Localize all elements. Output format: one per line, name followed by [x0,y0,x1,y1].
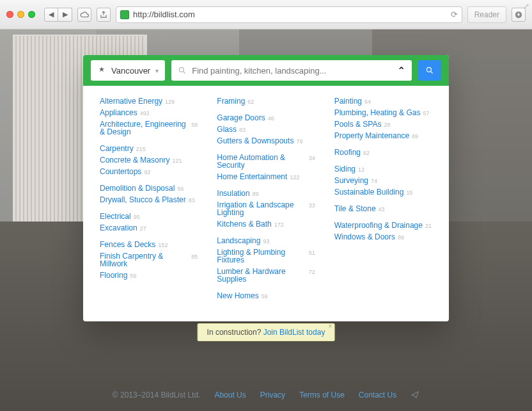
category-link[interactable]: Excavation27 [100,224,198,232]
page-footer: © 2013–2014 BildList Ltd. About Us Priva… [0,391,532,399]
category-count: 74 [371,179,377,184]
category-link[interactable]: Countertops92 [100,168,198,175]
category-name: Finish Carpentry & Millwork [100,252,189,268]
category-count: 215 [136,147,146,152]
footer-link-contact[interactable]: Contact Us [359,391,396,399]
category-count: 121 [172,158,182,164]
location-selector[interactable]: Vancouver ▾ [91,60,165,81]
address-bar[interactable]: http://bildlist.com ⟳ [116,6,462,23]
category-column: Alternative Energy129Appliances492Archit… [100,97,198,309]
category-name: Glass [217,125,237,133]
category-link[interactable]: Framing62 [217,97,315,105]
category-count: 83 [189,198,195,204]
category-link[interactable]: Flooring59 [100,271,198,279]
minimize-window-button[interactable] [17,11,24,18]
category-count: 122 [290,175,299,181]
category-link[interactable]: Kitchens & Bath172 [217,220,315,228]
nav-back-forward: ◀ ▶ [44,8,72,22]
category-link[interactable]: Property Maintenance89 [334,132,432,140]
share-icon [99,10,108,19]
category-link[interactable]: Garage Doors46 [217,114,315,122]
category-name: Framing [217,97,245,105]
category-name: New Homes [217,292,258,300]
close-icon[interactable]: × [329,323,332,330]
search-field-wrap: ⌃ [171,60,412,81]
category-link[interactable]: Drywall, Stucco & Plaster83 [100,196,198,204]
category-count: 21 [425,223,432,229]
category-link[interactable]: Roofing62 [334,149,432,156]
category-link[interactable]: Insulation89 [217,189,315,197]
category-name: Electrical [100,213,131,220]
chevron-down-icon: ▾ [155,67,159,74]
zoom-window-button[interactable] [28,11,35,18]
category-link[interactable]: Surveying74 [334,177,432,184]
category-link[interactable]: Alternative Energy129 [100,97,198,105]
category-link[interactable]: Lighting & Plumbing Fixtures51 [217,248,315,264]
forward-button[interactable]: ▶ [58,8,72,22]
category-link[interactable]: Home Entertainment122 [217,173,315,181]
category-link[interactable]: Appliances492 [100,109,198,117]
category-link[interactable]: Waterproofing & Drainage21 [334,222,432,229]
paper-plane-icon [411,391,419,399]
category-name: Home Automation & Security [217,154,306,169]
browser-toolbar: ◀ ▶ http://bildlist.com ⟳ Reader [0,0,532,29]
category-link[interactable]: Painting64 [334,97,432,105]
footer-link-privacy[interactable]: Privacy [260,391,285,399]
search-button[interactable] [418,60,441,81]
category-name: Irrigation & Landscape Lighting [217,201,306,216]
category-count: 172 [274,222,284,228]
category-name: Gutters & Downspouts [217,137,293,145]
icloud-button[interactable] [77,8,91,22]
category-count: 89 [412,134,418,140]
category-link[interactable]: Sustainable Building15 [334,188,432,196]
cta-text: In construction? [207,328,263,337]
category-name: Tile & Stone [334,205,376,213]
category-link[interactable]: Landscaping93 [217,237,315,245]
close-window-button[interactable] [6,11,13,18]
category-link[interactable]: Fences & Decks152 [100,241,198,248]
category-link[interactable]: Concrete & Masonry121 [100,156,198,164]
category-link[interactable]: Glass83 [217,125,315,133]
category-link[interactable]: New Homes59 [217,292,315,300]
category-name: Concrete & Masonry [100,156,169,164]
footer-link-about[interactable]: About Us [214,391,246,399]
category-link[interactable]: Windows & Doors89 [334,233,432,241]
category-link[interactable]: Architecture, Engineering & Design58 [100,120,198,136]
category-link[interactable]: Demolition & Disposal56 [100,184,198,192]
category-name: Drywall, Stucco & Plaster [100,196,186,204]
category-link[interactable]: Siding12 [334,165,432,173]
category-name: Insulation [217,189,249,197]
category-link[interactable]: Gutters & Downspouts79 [217,137,315,145]
category-link[interactable]: Finish Carpentry & Millwork85 [100,252,198,268]
category-link[interactable]: Carpentry215 [100,145,198,152]
site-favicon [120,10,129,19]
category-link[interactable]: Home Automation & Security34 [217,154,315,169]
cta-link[interactable]: Join BildList today [263,328,325,337]
window-controls [6,11,35,18]
footer-link-terms[interactable]: Terms of Use [299,391,345,399]
category-link[interactable]: Plumbing, Heating & Gas57 [334,109,432,117]
reader-button[interactable]: Reader [467,6,506,23]
category-link[interactable]: Pools & SPAs28 [334,120,432,128]
category-count: 95 [134,214,140,220]
search-panel: Vancouver ▾ ⌃ Alternative Energy129Appli… [83,55,449,321]
category-link[interactable]: Electrical95 [100,213,198,220]
category-count: 59 [130,273,136,279]
category-count: 43 [379,207,385,213]
category-name: Flooring [100,271,127,279]
category-name: Appliances [100,109,137,117]
share-button[interactable] [97,8,111,22]
category-link[interactable]: Irrigation & Landscape Lighting33 [217,201,315,216]
page-viewport: Vancouver ▾ ⌃ Alternative Energy129Appli… [0,29,532,411]
search-icon [425,66,434,75]
category-name: Kitchens & Bath [217,220,271,228]
back-button[interactable]: ◀ [44,8,58,22]
reload-button[interactable]: ⟳ [451,10,458,19]
url-text: http://bildlist.com [133,10,195,19]
category-count: 89 [253,191,259,197]
search-dropdown-toggle[interactable]: ⌃ [397,65,405,77]
category-link[interactable]: Tile & Stone43 [334,205,432,213]
category-count: 72 [309,270,315,275]
category-link[interactable]: Lumber & Hardware Supplies72 [217,268,315,283]
search-input[interactable] [192,66,392,76]
